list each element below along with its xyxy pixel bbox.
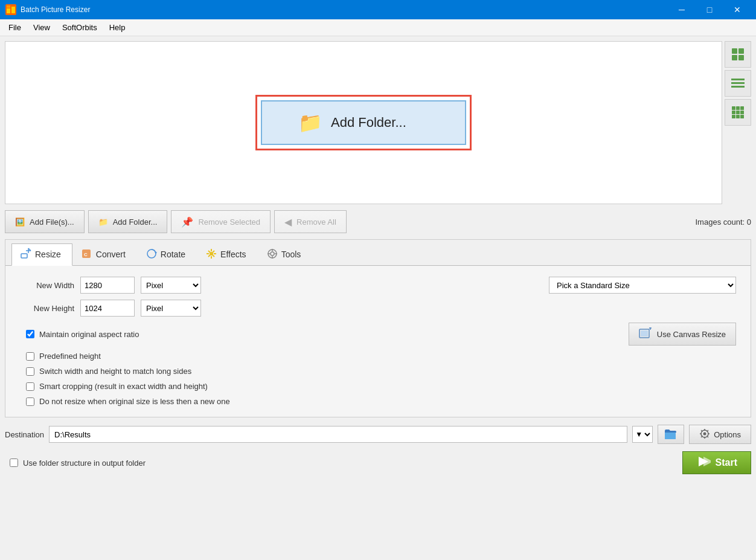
svg-text:C: C xyxy=(84,252,88,257)
svg-rect-5 xyxy=(738,48,744,54)
destination-input[interactable] xyxy=(49,426,627,443)
tab-resize-icon xyxy=(21,248,31,260)
options-button[interactable]: Options xyxy=(689,425,751,444)
destination-dropdown[interactable]: ▼ xyxy=(632,426,653,443)
add-files-label: Add File(s)... xyxy=(30,217,74,227)
svg-rect-20 xyxy=(21,254,27,258)
svg-line-34 xyxy=(213,255,214,257)
maintain-aspect-checkbox[interactable] xyxy=(26,330,34,338)
width-label: New Width xyxy=(20,281,74,290)
bottom-bar: Use folder structure in output folder St… xyxy=(5,451,751,474)
folder-icon: 📁 xyxy=(298,111,322,134)
svg-rect-48 xyxy=(665,433,676,439)
tab-rotate-icon xyxy=(146,248,157,261)
svg-rect-1 xyxy=(7,8,10,13)
tabs-row: Resize C Convert xyxy=(5,243,751,266)
view-list-button[interactable] xyxy=(725,70,751,97)
use-folder-structure-label: Use folder structure in output folder xyxy=(23,459,146,468)
svg-point-38 xyxy=(271,252,274,256)
predefined-height-row: Predefined height xyxy=(26,352,736,361)
tab-rotate-label: Rotate xyxy=(161,249,185,259)
height-label: New Height xyxy=(20,304,74,313)
content-wrapper: 📁 Add Folder... xyxy=(0,36,756,560)
tab-rotate[interactable]: Rotate xyxy=(137,243,197,266)
svg-rect-14 xyxy=(732,111,735,114)
tab-convert-label: Convert xyxy=(96,249,126,259)
maintain-aspect-label: Maintain original aspect ratio xyxy=(39,330,139,339)
menubar: File View SoftOrbits Help xyxy=(0,19,756,36)
destination-label: Destination xyxy=(5,430,44,439)
destination-row: Destination ▼ xyxy=(5,425,751,444)
width-input[interactable] xyxy=(80,277,135,294)
height-input[interactable] xyxy=(80,300,135,317)
remove-all-button[interactable]: ◀ Remove All xyxy=(274,210,347,233)
width-unit-select[interactable]: Pixel Percent cm mm inch xyxy=(141,277,201,294)
tab-tools[interactable]: Tools xyxy=(258,243,313,266)
add-folder-big-label: Add Folder... xyxy=(331,115,406,130)
width-row: New Width Pixel Percent cm mm inch Pick … xyxy=(20,277,736,294)
tab-convert-icon: C xyxy=(82,248,92,261)
smart-cropping-label: Smart cropping (result in exact width an… xyxy=(39,382,208,391)
standard-size-select[interactable]: Pick a Standard Size xyxy=(549,277,736,294)
tab-resize[interactable]: Resize xyxy=(11,243,72,266)
destination-browse-button[interactable] xyxy=(658,425,684,444)
tab-effects-icon xyxy=(206,248,217,261)
svg-rect-16 xyxy=(740,111,744,114)
svg-rect-6 xyxy=(732,55,737,60)
images-count: Images count: 0 xyxy=(696,217,752,227)
svg-rect-12 xyxy=(736,106,740,110)
maximize-button[interactable]: □ xyxy=(696,0,723,19)
remove-all-label: Remove All xyxy=(296,217,336,227)
menu-help[interactable]: Help xyxy=(103,21,132,34)
toolbar-row: 🖼️ Add File(s)... 📁 Add Folder... 📌 Remo… xyxy=(5,210,751,233)
use-canvas-button[interactable]: Use Canvas Resize xyxy=(629,323,736,346)
start-btn-wrapper: Start xyxy=(682,451,751,474)
use-canvas-label: Use Canvas Resize xyxy=(657,330,726,339)
aspect-canvas-row: Maintain original aspect ratio xyxy=(20,323,736,346)
switch-width-height-checkbox[interactable] xyxy=(26,367,34,376)
svg-rect-13 xyxy=(740,106,744,110)
remove-selected-icon: 📌 xyxy=(181,216,193,228)
minimize-button[interactable]: ─ xyxy=(668,0,696,19)
height-row: New Height Pixel Percent cm mm inch xyxy=(20,300,736,317)
close-button[interactable]: ✕ xyxy=(723,0,751,19)
start-button[interactable]: Start xyxy=(682,451,751,474)
add-folder-icon: 📁 xyxy=(98,217,108,227)
svg-rect-9 xyxy=(731,82,745,84)
remove-selected-label: Remove Selected xyxy=(198,217,260,227)
no-resize-row: Do not resize when original size is less… xyxy=(26,397,736,406)
tab-convert[interactable]: C Convert xyxy=(72,243,137,266)
svg-marker-27 xyxy=(155,252,157,254)
svg-rect-3 xyxy=(7,5,10,8)
menu-view[interactable]: View xyxy=(27,21,56,34)
tabs-panel: Resize C Convert xyxy=(5,239,751,417)
svg-rect-19 xyxy=(740,115,744,118)
height-unit-select[interactable]: Pixel Percent cm mm inch xyxy=(141,300,201,317)
svg-marker-60 xyxy=(703,457,711,466)
menu-softorbits[interactable]: SoftOrbits xyxy=(56,21,103,34)
tab-effects-label: Effects xyxy=(220,249,246,259)
use-folder-structure-checkbox[interactable] xyxy=(10,459,18,467)
view-grid-button[interactable] xyxy=(725,99,751,126)
app-icon xyxy=(5,4,17,16)
tab-effects[interactable]: Effects xyxy=(197,243,258,266)
svg-rect-17 xyxy=(732,115,735,118)
svg-rect-10 xyxy=(731,86,745,88)
svg-point-50 xyxy=(703,432,706,435)
menu-file[interactable]: File xyxy=(2,21,27,34)
smart-cropping-checkbox[interactable] xyxy=(26,382,34,391)
predefined-height-checkbox[interactable] xyxy=(26,352,34,361)
view-thumbnail-button[interactable] xyxy=(725,41,751,68)
add-files-button[interactable]: 🖼️ Add File(s)... xyxy=(5,210,85,233)
svg-line-36 xyxy=(208,255,210,257)
add-folder-big-button[interactable]: 📁 Add Folder... xyxy=(261,100,466,145)
start-label: Start xyxy=(716,457,737,468)
maintain-aspect-row: Maintain original aspect ratio xyxy=(26,330,139,339)
no-resize-checkbox[interactable] xyxy=(26,397,34,406)
add-folder-label: Add Folder... xyxy=(113,217,158,227)
svg-line-31 xyxy=(208,251,210,253)
remove-selected-button[interactable]: 📌 Remove Selected xyxy=(171,210,271,233)
app-wrapper: Batch Picture Resizer ─ □ ✕ File View So… xyxy=(0,0,756,560)
svg-rect-18 xyxy=(736,115,740,118)
add-folder-button[interactable]: 📁 Add Folder... xyxy=(88,210,168,233)
